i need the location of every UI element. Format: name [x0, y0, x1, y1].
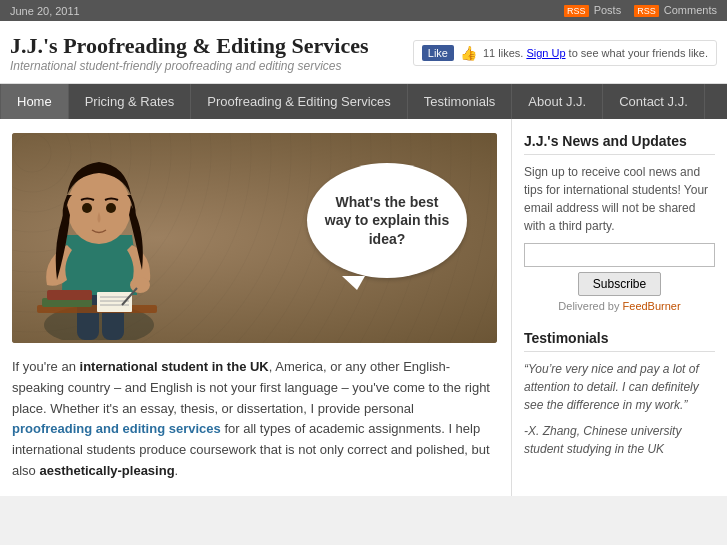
testimonial-attribution: -X. Zhang, Chinese university student st…	[524, 422, 715, 458]
intro-part1: If you're an	[12, 359, 80, 374]
speech-bubble: What's the best way to explain this idea…	[307, 163, 467, 278]
testimonials-title: Testimonials	[524, 330, 715, 352]
main-area: What's the best way to explain this idea…	[0, 119, 727, 496]
intro-part4: .	[175, 463, 179, 478]
header-title-area: J.J.'s Proofreading & Editing Services I…	[10, 33, 369, 73]
main-nav: Home Pricing & Rates Proofreading & Edit…	[0, 84, 727, 119]
site-header: J.J.'s Proofreading & Editing Services I…	[0, 21, 727, 84]
main-content: What's the best way to explain this idea…	[0, 119, 512, 496]
bold-intl-student: international student in the UK	[80, 359, 269, 374]
posts-rss-link[interactable]: RSS Posts	[564, 4, 624, 16]
proofreading-link[interactable]: proofreading and editing services	[12, 421, 221, 436]
site-tagline: International student-friendly proofread…	[10, 59, 369, 73]
nav-pricing[interactable]: Pricing & Rates	[69, 84, 192, 119]
facebook-suffix: to see what your friends like.	[569, 47, 708, 59]
facebook-signup-link[interactable]: Sign Up	[526, 47, 565, 59]
intro-paragraph: If you're an international student in th…	[12, 357, 497, 482]
person-illustration	[22, 140, 177, 343]
speech-text: What's the best way to explain this idea…	[322, 193, 452, 248]
svg-point-6	[106, 203, 116, 213]
delivered-label: Delivered by	[558, 300, 622, 312]
nav-contact[interactable]: Contact J.J.	[603, 84, 705, 119]
testimonials-section: Testimonials “You’re very nice and pay a…	[524, 330, 715, 458]
nav-testimonials[interactable]: Testimonials	[408, 84, 513, 119]
testimonial-quote: “You’re very nice and pay a lot of atten…	[524, 360, 715, 414]
email-input[interactable]	[524, 243, 715, 267]
date-label: June 20, 2011	[10, 5, 80, 17]
svg-rect-9	[47, 290, 92, 300]
svg-rect-10	[97, 292, 132, 312]
facebook-thumbs-icon: 👍	[460, 45, 477, 61]
news-text: Sign up to receive cool news and tips fo…	[524, 163, 715, 235]
comments-rss-link[interactable]: RSS Comments	[634, 4, 717, 16]
svg-point-5	[82, 203, 92, 213]
facebook-like-box: Like 👍 11 likes. Sign Up to see what you…	[413, 40, 717, 66]
facebook-text: 11 likes. Sign Up to see what your frien…	[483, 47, 708, 59]
bold-aesthetically: aesthetically-pleasing	[39, 463, 174, 478]
rss-icon: RSS	[564, 5, 589, 17]
nav-proofreading[interactable]: Proofreading & Editing Services	[191, 84, 408, 119]
rss-links: RSS Posts RSS Comments	[554, 4, 717, 17]
nav-home[interactable]: Home	[0, 84, 69, 119]
header-social: Like 👍 11 likes. Sign Up to see what you…	[413, 40, 717, 66]
body-text: If you're an international student in th…	[12, 357, 497, 482]
subscribe-button[interactable]: Subscribe	[578, 272, 661, 296]
sidebar: J.J.'s News and Updates Sign up to recei…	[512, 119, 727, 496]
facebook-count: 11 likes.	[483, 47, 523, 59]
comments-rss-icon: RSS	[634, 5, 659, 17]
delivered-by: Delivered by FeedBurner	[524, 300, 715, 312]
news-section: J.J.'s News and Updates Sign up to recei…	[524, 133, 715, 312]
svg-point-3	[130, 277, 150, 293]
site-title: J.J.'s Proofreading & Editing Services	[10, 33, 369, 59]
facebook-like-button[interactable]: Like	[422, 45, 454, 61]
hero-image: What's the best way to explain this idea…	[12, 133, 497, 343]
news-title: J.J.'s News and Updates	[524, 133, 715, 155]
feedburner-link[interactable]: FeedBurner	[623, 300, 681, 312]
top-bar: June 20, 2011 RSS Posts RSS Comments	[0, 0, 727, 21]
nav-about[interactable]: About J.J.	[512, 84, 603, 119]
